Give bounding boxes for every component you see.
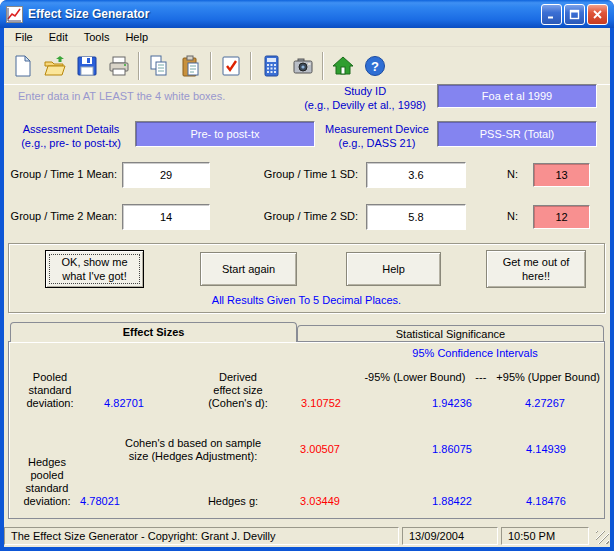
group1-sd-input[interactable] — [366, 162, 466, 188]
paste-icon — [179, 54, 203, 78]
hedges-g-label: Hedges g: — [188, 495, 278, 508]
group2-mean-label: Group / Time 2 Mean: — [10, 210, 117, 222]
minimize-icon — [546, 9, 557, 20]
hedges-adjustment-label: Cohen's d based on sample size (Hedges A… — [108, 437, 278, 463]
pooled-sd-label: Pooled standard deviation: — [18, 371, 82, 410]
measurement-device-label: Measurement Device (e.g., DASS 21) — [322, 122, 432, 150]
hedges-adjustment-value: 3.00507 — [275, 443, 365, 455]
ok-button[interactable]: OK, show me what I've got! — [45, 250, 144, 288]
app-window: Effect Size Generator File Edit Tools He… — [0, 0, 614, 551]
chart-app-icon — [6, 6, 23, 23]
hedges-g-upper-value: 4.18476 — [501, 495, 591, 507]
menu-bar: File Edit Tools Help — [4, 28, 610, 47]
cohens-d-value: 3.10752 — [276, 397, 366, 409]
toolbar-separator — [138, 52, 140, 80]
window-title: Effect Size Generator — [28, 7, 539, 21]
tab-effect-sizes[interactable]: Effect Sizes — [10, 322, 297, 342]
lower-bound-header: -95% (Lower Bound) — [364, 371, 465, 383]
hedges-adjustment-lower-value: 1.86075 — [407, 443, 497, 455]
group1-mean-label: Group / Time 1 Mean: — [10, 168, 117, 180]
hedges-g-lower-value: 1.88422 — [407, 495, 497, 507]
save-icon — [75, 54, 99, 78]
print-icon — [107, 54, 131, 78]
group1-sd-label: Group / Time 1 SD: — [240, 168, 358, 180]
entry-hint: Enter data in AT LEAST the 4 white boxes… — [18, 90, 225, 102]
study-id-field[interactable]: Foa et al 1999 — [437, 84, 597, 108]
menu-tools[interactable]: Tools — [77, 29, 117, 45]
group1-n-field[interactable]: 13 — [533, 163, 590, 187]
help-button[interactable]: ? — [359, 50, 391, 82]
svg-text:?: ? — [371, 59, 379, 74]
tab-statistical-significance[interactable]: Statistical Significance — [297, 325, 604, 342]
toolbar: ? — [4, 47, 610, 85]
toolbar-separator — [250, 52, 252, 80]
cohens-d-lower-value: 1.94236 — [407, 397, 497, 409]
maximize-icon — [569, 9, 580, 20]
copy-button[interactable] — [143, 50, 175, 82]
group1-n-label: N: — [498, 168, 518, 180]
group2-n-field[interactable]: 12 — [533, 205, 590, 229]
status-date: 13/09/2004 — [402, 527, 498, 545]
menu-edit[interactable]: Edit — [42, 29, 75, 45]
effect-sizes-panel — [8, 341, 605, 519]
toolbar-separator — [210, 52, 212, 80]
group2-mean-input[interactable] — [122, 204, 210, 230]
group2-sd-input[interactable] — [366, 204, 466, 230]
print-button[interactable] — [103, 50, 135, 82]
hedges-pooled-sd-value: 4.78021 — [55, 495, 145, 507]
start-again-button[interactable]: Start again — [200, 252, 297, 286]
confidence-intervals-heading: 95% Confidence Intervals — [390, 347, 560, 359]
help-dialog-button[interactable]: Help — [346, 252, 441, 286]
decimal-places-note: All Results Given To 5 Decimal Places. — [8, 294, 605, 306]
camera-icon — [291, 54, 315, 78]
open-folder-icon — [43, 54, 67, 78]
minimize-button[interactable] — [541, 4, 562, 25]
maximize-button[interactable] — [564, 4, 585, 25]
menu-file[interactable]: File — [8, 29, 40, 45]
measurement-device-field[interactable]: PSS-SR (Total) — [437, 121, 597, 147]
new-button[interactable] — [7, 50, 39, 82]
copy-icon — [147, 54, 171, 78]
new-document-icon — [11, 54, 35, 78]
status-message: The Effect Size Generator - Copyright: G… — [4, 527, 399, 545]
close-icon — [592, 9, 603, 20]
save-button[interactable] — [71, 50, 103, 82]
home-button[interactable] — [327, 50, 359, 82]
exit-button[interactable]: Get me out of here!! — [486, 250, 586, 288]
paste-button[interactable] — [175, 50, 207, 82]
assessment-details-label: Assessment Details (e.g., pre- to post-t… — [14, 122, 128, 150]
pooled-sd-value: 4.82701 — [79, 397, 169, 409]
assessment-details-field[interactable]: Pre- to post-tx — [135, 121, 315, 147]
cohens-d-label: Derived effect size (Cohen's d): — [196, 371, 280, 410]
toolbar-separator — [322, 52, 324, 80]
menu-help[interactable]: Help — [118, 29, 155, 45]
calculator-button[interactable] — [255, 50, 287, 82]
study-id-label: Study ID (e.g., Devilly et al., 1998) — [298, 84, 432, 112]
cohens-d-upper-value: 4.27267 — [500, 397, 590, 409]
group1-mean-input[interactable] — [122, 162, 210, 188]
resize-grip[interactable] — [596, 531, 609, 544]
close-button[interactable] — [587, 4, 608, 25]
home-icon — [331, 54, 355, 78]
status-time: 10:50 PM — [501, 527, 589, 545]
upper-bound-header: +95% (Upper Bound) — [496, 371, 600, 383]
ci-column-headers: -95% (Lower Bound) --- +95% (Upper Bound… — [360, 371, 600, 383]
camera-button[interactable] — [287, 50, 319, 82]
group2-sd-label: Group / Time 2 SD: — [240, 210, 358, 222]
hedges-g-value: 3.03449 — [275, 495, 365, 507]
validate-button[interactable] — [215, 50, 247, 82]
group2-n-label: N: — [498, 210, 518, 222]
help-icon: ? — [363, 54, 387, 78]
open-button[interactable] — [39, 50, 71, 82]
calculator-icon — [259, 54, 283, 78]
bounds-separator: --- — [475, 371, 486, 383]
validate-check-icon — [219, 54, 243, 78]
hedges-adjustment-upper-value: 4.14939 — [501, 443, 591, 455]
title-bar[interactable]: Effect Size Generator — [0, 0, 614, 28]
